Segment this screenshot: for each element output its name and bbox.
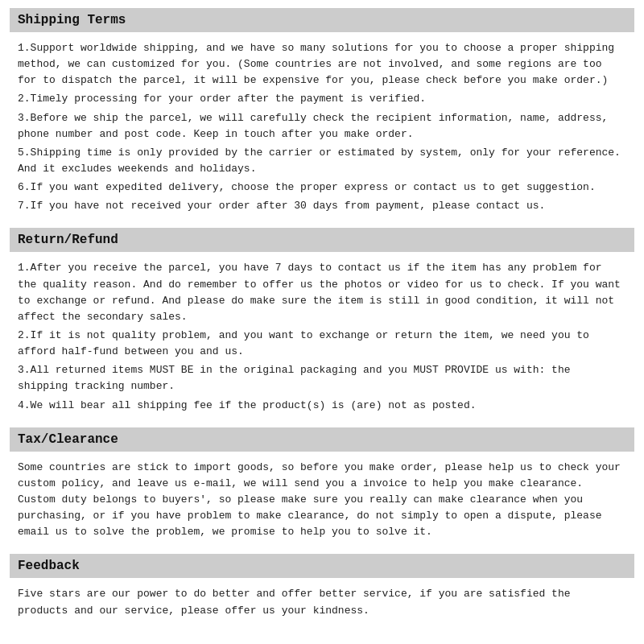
section-header-tax: Tax/Clearance (10, 427, 634, 452)
section-title-tax: Tax/Clearance (18, 432, 626, 447)
section-return: Return/Refund1.After you receive the par… (10, 228, 634, 422)
paragraph-shipping-3: 5.Shipping time is only provided by the … (18, 145, 626, 177)
section-body-tax: Some countries are stick to import goods… (10, 456, 634, 550)
paragraph-shipping-5: 7.If you have not received your order af… (18, 198, 626, 214)
paragraph-shipping-4: 6.If you want expedited delivery, choose… (18, 180, 626, 196)
section-title-return: Return/Refund (18, 233, 626, 247)
page-container: Shipping Terms1.Support worldwide shippi… (0, 0, 644, 641)
paragraph-return-2: 3.All returned items MUST BE in the orig… (18, 362, 626, 394)
section-header-shipping: Shipping Terms (10, 8, 634, 32)
paragraph-feedback-0: Five stars are our power to do better an… (18, 586, 626, 618)
section-shipping: Shipping Terms1.Support worldwide shippi… (10, 8, 634, 223)
section-tax: Tax/ClearanceSome countries are stick to… (10, 427, 634, 550)
section-body-shipping: 1.Support worldwide shipping, and we hav… (10, 37, 634, 223)
section-title-feedback: Feedback (18, 559, 626, 573)
section-title-shipping: Shipping Terms (18, 13, 626, 27)
paragraph-shipping-2: 3.Before we ship the parcel, we will car… (18, 110, 626, 142)
section-body-return: 1.After you receive the parcel, you have… (10, 257, 634, 422)
paragraph-tax-0: Some countries are stick to import goods… (18, 460, 626, 541)
section-feedback: FeedbackFive stars are our power to do b… (10, 554, 634, 627)
section-header-return: Return/Refund (10, 228, 634, 252)
paragraph-shipping-1: 2.Timely processing for your order after… (18, 91, 626, 107)
section-body-feedback: Five stars are our power to do better an… (10, 583, 634, 627)
paragraph-return-1: 2.If it is not quality problem, and you … (18, 328, 626, 360)
paragraph-shipping-0: 1.Support worldwide shipping, and we hav… (18, 40, 626, 89)
paragraph-return-3: 4.We will bear all shipping fee if the p… (18, 398, 626, 414)
paragraph-return-0: 1.After you receive the parcel, you have… (18, 260, 626, 325)
section-header-feedback: Feedback (10, 554, 634, 578)
